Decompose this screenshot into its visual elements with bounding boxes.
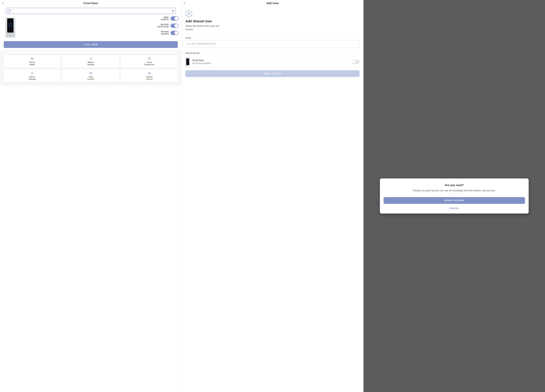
device-row: ring RING ALERTS MOTION DETECTION MOTION… (0, 15, 181, 41)
device-thumbnail: ring (2, 16, 19, 39)
screen-front-door: Front Door ring RING A (0, 0, 181, 392)
add-shared-user-subtext: Select the devices this user can access. (186, 24, 223, 31)
device-thumbnail (186, 57, 190, 66)
tile-device-health[interactable]: Device Health (4, 55, 61, 68)
device-access-switch[interactable] (352, 60, 359, 64)
speech-bubble-icon (9, 10, 11, 11)
clear-icon[interactable] (172, 10, 174, 12)
add-shared-user-heading: Add Shared User (186, 19, 359, 23)
svg-point-3 (150, 58, 151, 59)
dialog-title: Are you sure? (384, 183, 525, 187)
svg-point-1 (91, 58, 91, 58)
back-button[interactable] (182, 0, 188, 6)
tile-label: Device Health (29, 61, 35, 66)
topbar: Front Door (0, 0, 181, 6)
device-health-icon (31, 57, 34, 60)
motion-alerts-switch[interactable] (171, 31, 179, 35)
smart-responses-icon (148, 57, 151, 60)
ring-alerts-switch[interactable] (171, 16, 179, 21)
shared-access-icon (148, 72, 151, 75)
send-invite-button[interactable]: SEND INVITE (186, 70, 359, 77)
chevron-left-icon (184, 2, 186, 5)
tile-label: Smart Responses (144, 61, 154, 66)
tile-label: Shared Access (146, 76, 153, 80)
device-access-name: Front Door (192, 59, 349, 62)
device-access-status: No access granted (192, 62, 349, 65)
live-view-button[interactable]: LIVE VIEW (4, 41, 178, 48)
toggle-motion-detection: MOTION DETECTION (19, 24, 179, 28)
tile-label: Help Content (87, 76, 94, 80)
device-name-icon (7, 9, 11, 12)
device-access-row: Front Door No access granted (182, 56, 363, 68)
tile-shared-access[interactable]: Shared Access (121, 70, 178, 82)
toggle-label: RING ALERTS (161, 16, 169, 21)
user-avatar-icon (186, 10, 192, 17)
back-button[interactable] (1, 0, 6, 6)
help-content-icon (89, 72, 93, 75)
settings-tiles: Device Health Motion Settings Smart Resp… (0, 50, 181, 86)
page-title: Front Door (0, 1, 181, 5)
motion-settings-icon (89, 57, 93, 60)
toggle-motion-alerts: MOTION ALERTS (19, 31, 179, 35)
tile-help-content[interactable]: Help Content (62, 70, 119, 82)
doorbell-glyph-icon (7, 9, 9, 12)
page-title: Add User (182, 1, 363, 5)
tile-label: Motion Settings (87, 61, 94, 66)
email-label: Email (186, 37, 359, 39)
grant-access-button[interactable]: GRANT ACCESS (384, 197, 525, 204)
email-input[interactable] (186, 40, 359, 47)
toggle-label: MOTION DETECTION (157, 24, 169, 28)
svg-point-8 (149, 72, 150, 73)
chevron-left-icon (2, 2, 5, 5)
device-name-field[interactable] (6, 8, 176, 14)
screen-add-user: Add User Add Shared User Select the devi… (181, 0, 363, 392)
toggle-ring-alerts: RING ALERTS (19, 16, 179, 21)
doorbell-image: ring (6, 17, 15, 37)
dialog-body: People you grant access can see all reco… (384, 189, 525, 192)
topbar: Add User (182, 0, 363, 6)
device-brand: ring (9, 35, 12, 36)
svg-point-4 (32, 73, 33, 74)
tile-label: Device Settings (29, 76, 36, 80)
screen-confirm-dialog: Are you sure? People you grant access ca… (363, 0, 545, 392)
svg-rect-2 (149, 58, 150, 60)
device-settings-icon (31, 72, 34, 75)
device-access-label: Device Access (186, 52, 359, 54)
confirmation-dialog: Are you sure? People you grant access ca… (380, 178, 529, 214)
svg-point-7 (149, 72, 149, 73)
toggle-label: MOTION ALERTS (161, 31, 169, 35)
tile-device-settings[interactable]: Device Settings (4, 70, 61, 82)
cancel-button[interactable]: CANCEL (384, 207, 525, 210)
tile-row-cutoff (4, 50, 178, 54)
divider (182, 34, 363, 34)
tile-motion-settings[interactable]: Motion Settings (62, 55, 119, 68)
toggles: RING ALERTS MOTION DETECTION MOTION ALER… (19, 16, 179, 35)
motion-detection-switch[interactable] (171, 24, 179, 28)
tile-smart-responses[interactable]: Smart Responses (121, 55, 178, 68)
